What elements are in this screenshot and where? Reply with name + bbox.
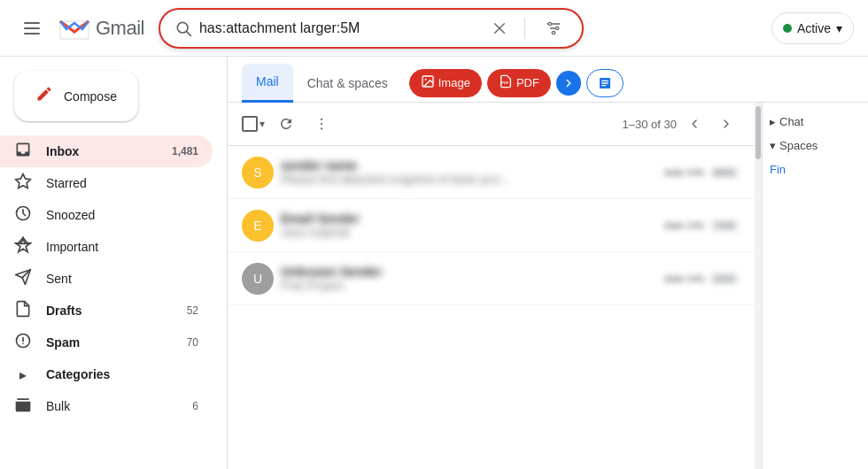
- email-row[interactable]: U Unknown Sender Free Project date info …: [228, 252, 755, 305]
- tab-bar: Mail Chat & spaces Image PDF: [228, 57, 868, 103]
- clear-search-button[interactable]: [485, 14, 514, 42]
- svg-text:PDF: PDF: [501, 81, 509, 85]
- tab-mail[interactable]: Mail: [242, 64, 293, 103]
- avatar: E: [242, 210, 274, 242]
- inbox-label: Inbox: [46, 144, 158, 158]
- email-subject: Free Project: [281, 279, 656, 292]
- pagination-text: 1–30 of 30: [623, 118, 677, 131]
- inbox-count: 1,481: [172, 145, 198, 158]
- spam-count: 70: [187, 336, 198, 349]
- categories-label: Categories: [46, 367, 198, 381]
- compose-label: Compose: [64, 89, 117, 104]
- sidebar-item-drafts[interactable]: Drafts 52: [0, 295, 213, 327]
- select-all-checkbox[interactable]: ▾: [242, 116, 265, 132]
- right-panel: ▸ Chat ▾ Spaces Fin: [762, 103, 868, 469]
- sidebar-item-snoozed[interactable]: Snoozed: [0, 199, 213, 231]
- snoozed-label: Snoozed: [46, 208, 198, 222]
- menu-button[interactable]: [14, 11, 50, 46]
- inbox-icon: [14, 141, 32, 163]
- svg-point-27: [321, 119, 322, 120]
- email-sender: sender name: [281, 158, 656, 173]
- svg-point-21: [424, 79, 426, 81]
- avatar: U: [242, 263, 274, 295]
- starred-label: Starred: [46, 176, 198, 190]
- sent-icon: [14, 268, 32, 290]
- email-sender: Unknown Sender: [281, 265, 656, 279]
- logo: Gmail: [57, 11, 144, 46]
- svg-rect-1: [24, 27, 40, 29]
- tab-chat-spaces[interactable]: Chat & spaces: [293, 64, 402, 103]
- sidebar-item-categories[interactable]: ▸ Categories: [0, 358, 213, 390]
- chat-label: Chat: [779, 115, 803, 128]
- pdf-chip-label: PDF: [516, 76, 539, 89]
- svg-point-12: [555, 27, 558, 29]
- compose-button[interactable]: Compose: [14, 71, 138, 121]
- main-content: Mail Chat & spaces Image PDF: [227, 57, 868, 469]
- avatar: S: [242, 157, 274, 188]
- filter-chip-pdf[interactable]: PDF PDF: [487, 69, 551, 97]
- tab-chat-spaces-label: Chat & spaces: [307, 76, 388, 90]
- spam-label: Spam: [46, 335, 173, 350]
- sidebar-item-bulk[interactable]: Bulk 6: [0, 390, 213, 422]
- scrollbar-thumb[interactable]: [756, 106, 761, 159]
- bulk-label: Bulk: [46, 399, 178, 413]
- header: Gmail: [0, 0, 868, 57]
- email-subject: Java material: [281, 226, 656, 239]
- active-indicator: [783, 24, 792, 33]
- search-input[interactable]: [199, 20, 478, 36]
- refresh-button[interactable]: [272, 110, 300, 138]
- filter-chips: Image PDF PDF: [409, 69, 624, 97]
- email-row[interactable]: E Email Sender Java material date info 7…: [228, 199, 755, 252]
- active-label: Active: [797, 21, 831, 35]
- active-status-button[interactable]: Active ▾: [771, 12, 854, 44]
- svg-point-28: [321, 123, 322, 125]
- svg-rect-2: [24, 33, 40, 35]
- search-filter-button[interactable]: [539, 14, 568, 42]
- prev-page-button[interactable]: [680, 110, 709, 138]
- spaces-label: Spaces: [779, 139, 818, 152]
- email-content: Email Sender Java material: [281, 211, 656, 239]
- pdf-chip-icon: PDF: [499, 74, 513, 91]
- tab-mail-label: Mail: [256, 74, 279, 88]
- star-icon: [14, 173, 32, 195]
- main-layout: Compose Inbox 1,481 Starred Snoozed: [0, 57, 868, 469]
- email-content: sender name Please find attached snapsho…: [281, 158, 656, 186]
- sidebar-item-sent[interactable]: Sent: [0, 263, 213, 295]
- expand-icon: ▸: [14, 366, 32, 383]
- more-actions-button[interactable]: [307, 110, 336, 138]
- sidebar-item-inbox[interactable]: Inbox 1,481: [0, 135, 213, 167]
- sidebar-item-spam[interactable]: Spam 70: [0, 327, 213, 358]
- scrollbar[interactable]: [755, 103, 762, 469]
- bulk-icon: [14, 396, 32, 418]
- svg-point-11: [548, 22, 551, 25]
- sidebar-item-starred[interactable]: Starred: [0, 167, 213, 199]
- search-icon: [174, 19, 192, 37]
- chevron-down-icon: ▾: [836, 21, 842, 35]
- more-filters-button[interactable]: [556, 71, 581, 96]
- svg-point-13: [552, 31, 554, 34]
- svg-point-19: [22, 342, 24, 344]
- checkbox[interactable]: [242, 116, 258, 132]
- chat-header[interactable]: ▸ Chat: [763, 110, 868, 134]
- spaces-expand-icon: ▾: [770, 139, 776, 152]
- bulk-count: 6: [192, 400, 198, 412]
- spaces-link[interactable]: Fin: [763, 158, 868, 181]
- image-chip-icon: [421, 74, 435, 91]
- email-content: Unknown Sender Free Project: [281, 265, 656, 292]
- filter-chip-docs[interactable]: [586, 69, 624, 97]
- drafts-count: 52: [187, 304, 198, 317]
- email-subject: Please find attached snapshot of bank ac…: [281, 173, 656, 186]
- email-row[interactable]: S sender name Please find attached snaps…: [228, 146, 755, 199]
- sidebar-item-important[interactable]: Important: [0, 231, 213, 263]
- collapse-icon: ▸: [770, 115, 776, 128]
- email-list: S sender name Please find attached snaps…: [228, 146, 755, 469]
- email-sender: Email Sender: [281, 211, 656, 226]
- compose-pencil-icon: [35, 85, 53, 107]
- next-page-button[interactable]: [712, 110, 740, 138]
- sidebar: Compose Inbox 1,481 Starred Snoozed: [0, 57, 227, 469]
- select-chevron-icon[interactable]: ▾: [260, 118, 265, 130]
- spaces-header[interactable]: ▾ Spaces: [763, 134, 868, 158]
- filter-chip-image[interactable]: Image: [409, 69, 482, 97]
- drafts-label: Drafts: [46, 304, 173, 318]
- toolbar: ▾ 1–30 of 30: [228, 103, 755, 146]
